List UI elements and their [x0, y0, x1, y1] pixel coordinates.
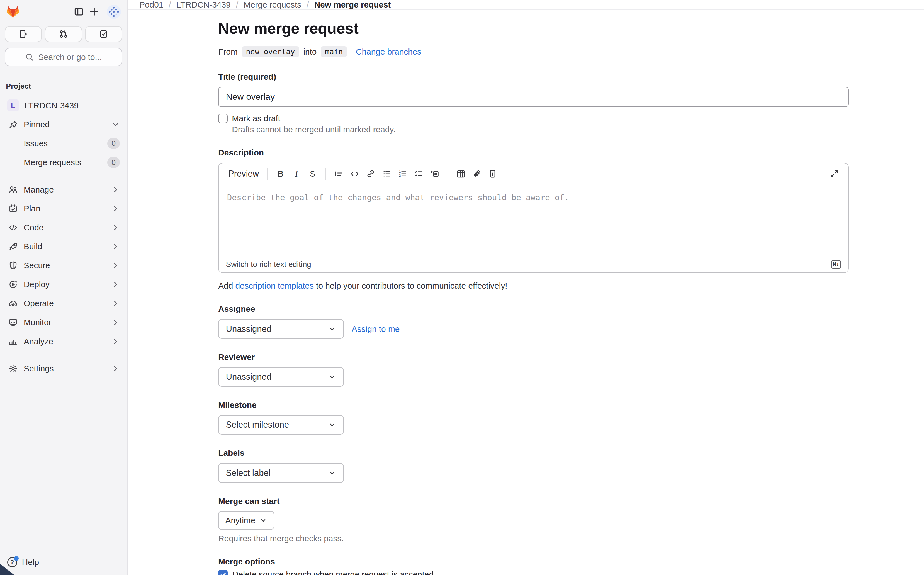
from-label: From [218, 47, 237, 57]
bold-icon[interactable]: B [273, 167, 288, 181]
table-icon[interactable] [453, 167, 468, 181]
sidebar-item-label: Issues [24, 139, 107, 148]
todo-shortcut-button[interactable] [85, 26, 122, 42]
chevron-down-icon [328, 421, 336, 429]
change-branches-link[interactable]: Change branches [356, 47, 421, 57]
sidebar-nav: Project L LTRDCN-3439 Pinned Issues 0 Me… [0, 74, 127, 549]
breadcrumb-merge-requests[interactable]: Merge requests [243, 0, 301, 10]
svg-text:1: 1 [399, 170, 401, 173]
task-list-icon[interactable] [411, 167, 426, 181]
milestone-value: Select milestone [226, 420, 289, 430]
sidebar-item-issues[interactable]: Issues 0 [4, 134, 124, 152]
sidebar-item-secure[interactable]: Secure [4, 256, 124, 275]
sidebar-section-label: Project [0, 74, 127, 96]
sidebar-item-build[interactable]: Build [4, 237, 124, 256]
details-block-icon[interactable] [485, 167, 500, 181]
merge-can-start-group: Merge can start Anytime Requires that me… [218, 496, 848, 543]
assignee-label: Assignee [218, 304, 848, 314]
numbered-list-icon[interactable]: 12 [395, 167, 410, 181]
breadcrumb-current: New merge request [314, 0, 391, 10]
sidebar-item-code[interactable]: Code [4, 218, 124, 237]
calendar-icon [7, 204, 19, 213]
labels-value: Select label [226, 468, 270, 478]
chart-icon [7, 337, 19, 346]
merge-options-label: Merge options [218, 557, 848, 566]
breadcrumb-separator: / [169, 0, 171, 10]
monitor-icon [7, 318, 19, 327]
italic-icon[interactable]: I [289, 167, 304, 181]
title-input[interactable] [218, 87, 848, 107]
merge-requests-shortcut-button[interactable] [45, 26, 82, 42]
shield-icon [7, 261, 19, 270]
preview-tab[interactable]: Preview [225, 169, 262, 179]
sidebar-item-plan[interactable]: Plan [4, 200, 124, 218]
description-templates-link[interactable]: description templates [235, 281, 314, 290]
sidebar-item-merge-requests[interactable]: Merge requests 0 [4, 153, 124, 172]
help-label: Help [22, 558, 39, 567]
sidebar-item-pinned[interactable]: Pinned [4, 115, 124, 134]
description-textarea[interactable] [219, 185, 848, 256]
labels-dropdown[interactable]: Select label [218, 463, 344, 483]
editor-body [219, 185, 848, 256]
sidebar-item-operate[interactable]: Operate [4, 294, 124, 313]
code-block-icon[interactable] [347, 167, 362, 181]
sidebar-item-settings[interactable]: Settings [4, 359, 124, 378]
markdown-icon[interactable]: M↓ [831, 260, 841, 268]
issues-shortcut-button[interactable] [5, 26, 42, 42]
rocket-icon [7, 242, 19, 251]
help-button[interactable]: ? Help [0, 549, 127, 575]
project-avatar: L [7, 100, 19, 111]
delete-source-branch-row: Delete source branch when merge request … [218, 570, 848, 575]
sidebar-item-manage[interactable]: Manage [4, 181, 124, 199]
search-input[interactable]: Search or go to... [5, 48, 122, 66]
sidebar-item-analyze[interactable]: Analyze [4, 332, 124, 351]
sidebar-toggle-icon[interactable] [72, 4, 87, 19]
link-icon[interactable] [363, 167, 378, 181]
search-placeholder: Search or go to... [38, 52, 102, 62]
breadcrumb-group[interactable]: Pod01 [139, 0, 163, 10]
merge-start-dropdown[interactable]: Anytime [218, 511, 274, 530]
sidebar-item-project[interactable]: L LTRDCN-3439 [4, 96, 124, 115]
assignee-dropdown[interactable]: Unassigned [218, 319, 344, 338]
sidebar-item-label: Merge requests [24, 158, 107, 167]
collapsible-section-icon[interactable] [427, 167, 442, 181]
mark-as-draft-checkbox[interactable] [218, 114, 227, 123]
sidebar-item-label: Analyze [24, 337, 111, 346]
sidebar: Search or go to... Project L LTRDCN-3439… [0, 0, 127, 575]
source-branch-chip: new_overlay [242, 46, 299, 57]
sidebar-item-label: Deploy [24, 280, 111, 289]
chevron-down-icon [328, 325, 336, 333]
chevron-right-icon [111, 318, 120, 327]
sidebar-item-deploy[interactable]: Deploy [4, 275, 124, 294]
attachment-icon[interactable] [469, 167, 484, 181]
reviewer-dropdown[interactable]: Unassigned [218, 367, 344, 387]
switch-rich-text-link[interactable]: Switch to rich text editing [226, 260, 311, 269]
plus-icon[interactable] [87, 4, 102, 19]
app-window: Search or go to... Project L LTRDCN-3439… [0, 0, 924, 575]
blockquote-icon[interactable] [331, 167, 346, 181]
delete-source-branch-label: Delete source branch when merge request … [232, 570, 436, 575]
milestone-dropdown[interactable]: Select milestone [218, 415, 344, 435]
user-avatar[interactable] [107, 5, 121, 19]
sidebar-item-label: Code [24, 223, 111, 232]
assignee-group: Assignee Unassigned Assign to me [218, 304, 848, 338]
chevron-right-icon [111, 337, 120, 346]
fullscreen-icon[interactable] [827, 167, 841, 181]
into-label: into [303, 47, 316, 57]
assign-to-me-link[interactable]: Assign to me [351, 324, 399, 334]
sidebar-divider [0, 355, 127, 355]
sidebar-item-label: Manage [24, 185, 111, 194]
bullet-list-icon[interactable] [379, 167, 394, 181]
milestone-label: Milestone [218, 400, 848, 410]
cloud-gear-icon [7, 299, 19, 308]
sidebar-item-monitor[interactable]: Monitor [4, 313, 124, 332]
strikethrough-icon[interactable]: S [305, 167, 320, 181]
templates-hint: Add description templates to help your c… [218, 281, 848, 291]
gitlab-logo[interactable] [6, 5, 20, 19]
assignee-value: Unassigned [226, 324, 271, 334]
labels-group: Labels Select label [218, 448, 848, 483]
breadcrumb-project[interactable]: LTRDCN-3439 [177, 0, 231, 10]
chevron-right-icon [111, 280, 120, 289]
templates-hint-prefix: Add [218, 281, 235, 290]
delete-source-branch-checkbox[interactable] [218, 570, 227, 575]
